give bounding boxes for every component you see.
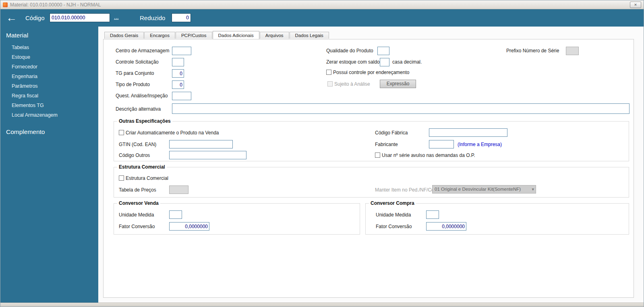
compra-unidade-input[interactable] (426, 210, 439, 219)
group-conversor-compra-title: Conversor Compra (369, 200, 416, 206)
expressao-button[interactable]: Expressão (380, 80, 416, 88)
window-title: Material: 010.010.00000 - NJH - NORMAL (10, 2, 101, 8)
tab-dados-gerais[interactable]: Dados Gerais (104, 32, 144, 39)
descricao-alternativa-input[interactable] (172, 103, 630, 114)
tipo-produto-input[interactable] (172, 80, 184, 89)
app-icon (3, 2, 8, 7)
group-estrutura-comercial: Estrutura Comercial Estrutura Comercial … (114, 167, 629, 198)
centro-armazenagem-label: Centro de Armazenagem (116, 48, 169, 54)
tabela-precos-input (169, 185, 188, 194)
tabela-precos-label: Tabela de Preços (119, 187, 156, 193)
centro-armazenagem-input[interactable] (172, 47, 191, 55)
sujeito-analise-checkbox (327, 81, 333, 87)
gtin-label: GTIN (Cod. EAN) (119, 142, 156, 147)
group-outras-especificacoes: Outras Especificações Criar Automaticame… (114, 121, 629, 161)
group-conversor-compra: Conversor Compra Unidade Medida Fator Co… (365, 203, 629, 235)
venda-fator-label: Fator Conversão (119, 224, 155, 229)
sidebar-item-estoque[interactable]: Estoque (0, 52, 98, 62)
usar-serie-avulso-checkbox[interactable] (375, 152, 380, 158)
group-estrutura-comercial-title: Estrutura Comercial (117, 164, 167, 170)
record-header: ← Código ... Reduzido (0, 9, 644, 27)
sidebar-item-tabelas[interactable]: Tabelas (0, 43, 98, 52)
venda-unidade-input[interactable] (169, 210, 182, 219)
estrutura-comercial-checkbox[interactable] (119, 175, 124, 181)
chevron-down-icon: ▾ (532, 185, 534, 193)
prefixo-serie-input (566, 47, 579, 55)
sidebar-item-parametros[interactable]: Parâmetros (0, 81, 98, 91)
group-outras-especificacoes-title: Outras Especificações (117, 118, 172, 124)
fabricante-label: Fabricante (375, 142, 398, 147)
manter-item-value: 01 Original e Desvincular Kit(SomenteNF) (435, 187, 521, 192)
group-conversor-venda-title: Conversor Venda (117, 200, 160, 206)
tab-encargos[interactable]: Encargos (144, 32, 175, 39)
tab-strip: Dados Gerais Encargos PCP/Custos Dados A… (104, 31, 329, 39)
manter-item-select: 01 Original e Desvincular Kit(SomenteNF)… (432, 185, 536, 194)
window-bottom-frame (0, 303, 644, 307)
codigo-outros-label: Código Outros (119, 152, 150, 158)
compra-unidade-label: Unidade Medida (376, 212, 411, 218)
estrutura-comercial-label: Estrutura Comercial (126, 175, 168, 181)
quest-analise-input[interactable] (172, 92, 191, 100)
quest-analise-label: Quest. Análise/Inspeção (116, 93, 168, 99)
codigo-input[interactable] (50, 13, 110, 22)
gtin-input[interactable] (169, 140, 233, 148)
tab-panel-dados-adicionais: Centro de Armazenagem Controle Solicitaç… (103, 39, 634, 298)
codigo-lookup-button[interactable]: ... (114, 14, 119, 20)
reduzido-label: Reduzido (140, 14, 165, 21)
qualidade-produto-label: Qualidade do Produto (326, 48, 373, 54)
descricao-alternativa-label: Descrição alternativa (116, 106, 161, 112)
prefixo-serie-label: Prefixo Número de Série (506, 48, 559, 54)
content-area: Dados Gerais Encargos PCP/Custos Dados A… (98, 27, 644, 303)
sidebar-section-complemento[interactable]: Complemento (0, 123, 98, 139)
zerar-estoque-suffix: casa decimal. (392, 59, 422, 65)
sidebar-item-regra-fiscal[interactable]: Regra fiscal (0, 91, 98, 101)
group-conversor-venda: Conversor Venda Unidade Medida Fator Con… (114, 203, 360, 235)
compra-fator-label: Fator Conversão (376, 224, 412, 229)
back-icon[interactable]: ← (6, 11, 17, 25)
sidebar: Material Tabelas Estoque Fornecedor Enge… (0, 27, 98, 303)
venda-unidade-label: Unidade Medida (119, 212, 154, 218)
tab-arquivos[interactable]: Arquivos (260, 32, 289, 39)
usar-serie-avulso-label: Usar nº série avulso nas demandas da O.P… (382, 152, 475, 158)
qualidade-produto-input[interactable] (377, 47, 389, 55)
zerar-estoque-input[interactable] (380, 58, 389, 66)
compra-fator-input[interactable] (426, 222, 466, 231)
criar-automaticamente-label: Criar Automaticamente o Produto na Venda (126, 130, 219, 136)
sidebar-item-fornecedor[interactable]: Fornecedor (0, 62, 98, 72)
venda-fator-input[interactable] (169, 222, 209, 231)
tg-conjunto-input[interactable] (172, 69, 184, 78)
codigo-label: Código (25, 14, 45, 21)
possui-controle-checkbox[interactable] (326, 70, 331, 75)
codigo-outros-input[interactable] (169, 151, 246, 159)
tab-dados-legais[interactable]: Dados Legais (290, 32, 329, 39)
tipo-produto-label: Tipo de Produto (116, 82, 150, 87)
criar-automaticamente-checkbox[interactable] (119, 130, 124, 135)
possui-controle-label: Possui controle por endereçamento (333, 70, 409, 75)
codigo-fabrica-input[interactable] (429, 128, 507, 137)
sidebar-item-engenharia[interactable]: Engenharia (0, 72, 98, 81)
controle-solicitacao-label: Controle Solicitação (116, 59, 159, 65)
reduzido-input[interactable] (172, 13, 191, 22)
close-button[interactable]: ✕ (630, 2, 641, 8)
tab-pcp-custos[interactable]: PCP/Custos (176, 32, 212, 39)
tab-dados-adicionais[interactable]: Dados Adicionais (213, 31, 259, 39)
controle-solicitacao-input[interactable] (172, 58, 184, 66)
sujeito-analise-label: Sujeito à Análise (334, 81, 370, 87)
sidebar-item-elementos-tg[interactable]: Elementos TG (0, 101, 98, 110)
fabricante-input[interactable] (429, 140, 454, 148)
sidebar-section-material: Material (0, 27, 98, 43)
title-bar: Material: 010.010.00000 - NJH - NORMAL ✕ (0, 0, 644, 9)
codigo-fabrica-label: Código Fábrica (375, 130, 408, 136)
sidebar-item-local-armazenagem[interactable]: Local Armazenagem (0, 110, 98, 120)
zerar-estoque-label: Zerar estoque com saldo na (326, 59, 386, 65)
app-window: Material: 010.010.00000 - NJH - NORMAL ✕… (0, 0, 644, 307)
informe-empresa-link[interactable]: (Informe a Empresa) (458, 142, 502, 147)
tg-conjunto-label: TG para Conjunto (116, 70, 154, 76)
